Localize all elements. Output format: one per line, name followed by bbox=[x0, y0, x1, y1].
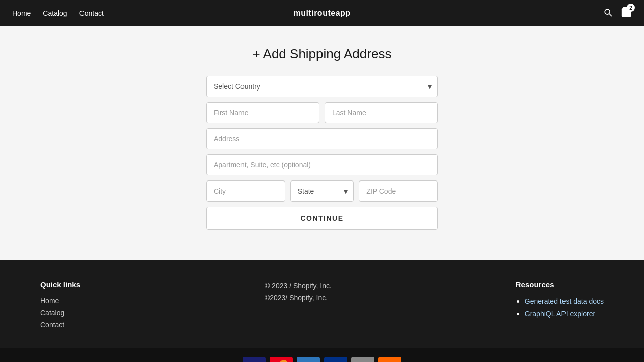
first-name-input[interactable] bbox=[206, 102, 319, 123]
brand-name: multirouteapp bbox=[293, 9, 350, 18]
last-name-input[interactable] bbox=[325, 102, 438, 123]
resources-link-1[interactable]: Generated test data docs bbox=[525, 297, 604, 305]
footer-bottom: VISA AMEX PayPal DC DISCOVER © 2024, mul… bbox=[0, 348, 644, 362]
footer-copyright-center: © 2023 / Shopify, Inc. ©2023/ Shopify, I… bbox=[265, 280, 332, 333]
copyright-line1: © 2023 / Shopify, Inc. bbox=[265, 280, 332, 292]
copyright-line2: ©2023/ Shopify, Inc. bbox=[265, 292, 332, 304]
footer-top: Quick links Home Catalog Contact © 2023 … bbox=[0, 260, 644, 348]
city-input[interactable] bbox=[206, 180, 285, 202]
mastercard-payment-icon bbox=[270, 357, 293, 362]
amex-payment-icon: AMEX bbox=[297, 357, 320, 362]
main-content: + Add Shipping Address Select Country ▾ … bbox=[0, 26, 644, 260]
name-row bbox=[206, 102, 438, 123]
nav-catalog[interactable]: Catalog bbox=[43, 9, 67, 17]
resources-link-2[interactable]: GraphiQL API explorer bbox=[525, 310, 604, 318]
continue-button[interactable]: CONTINUE bbox=[206, 207, 438, 230]
country-select-wrapper: Select Country ▾ bbox=[206, 76, 438, 97]
page-title: + Add Shipping Address bbox=[253, 46, 392, 62]
footer-home-link[interactable]: Home bbox=[40, 297, 80, 305]
state-select-wrapper: State ▾ bbox=[290, 180, 354, 202]
cart-icon-wrap[interactable]: 2 bbox=[621, 7, 632, 20]
quick-links-heading: Quick links bbox=[40, 280, 80, 289]
visa-payment-icon: VISA bbox=[243, 357, 266, 362]
diners-payment-icon: DC bbox=[351, 357, 374, 362]
footer-catalog-link[interactable]: Catalog bbox=[40, 309, 80, 317]
paypal-payment-icon: PayPal bbox=[324, 357, 347, 362]
state-select[interactable]: State bbox=[290, 180, 354, 202]
nav-home[interactable]: Home bbox=[12, 9, 31, 17]
footer-contact-link[interactable]: Contact bbox=[40, 321, 80, 329]
resources-heading: Resources bbox=[516, 280, 604, 289]
search-icon[interactable] bbox=[603, 7, 613, 19]
footer-quick-links: Quick links Home Catalog Contact bbox=[40, 280, 80, 333]
nav-contact[interactable]: Contact bbox=[79, 9, 104, 17]
nav-links: Home Catalog Contact bbox=[12, 9, 104, 17]
zip-input[interactable] bbox=[359, 180, 438, 202]
footer-resources: Resources Generated test data docs Graph… bbox=[516, 280, 604, 333]
payment-icons: VISA AMEX PayPal DC DISCOVER bbox=[243, 357, 401, 362]
discover-payment-icon: DISCOVER bbox=[378, 357, 401, 362]
country-select[interactable]: Select Country bbox=[206, 76, 438, 97]
shipping-form: Select Country ▾ State ▾ CONTINUE bbox=[206, 76, 438, 230]
navbar: Home Catalog Contact multirouteapp 2 bbox=[0, 0, 644, 26]
nav-actions: 2 bbox=[603, 7, 632, 20]
address-input[interactable] bbox=[206, 128, 438, 149]
footer: Quick links Home Catalog Contact © 2023 … bbox=[0, 260, 644, 362]
city-state-zip-row: State ▾ bbox=[206, 180, 438, 202]
apt-input[interactable] bbox=[206, 154, 438, 175]
cart-badge: 2 bbox=[627, 4, 635, 12]
